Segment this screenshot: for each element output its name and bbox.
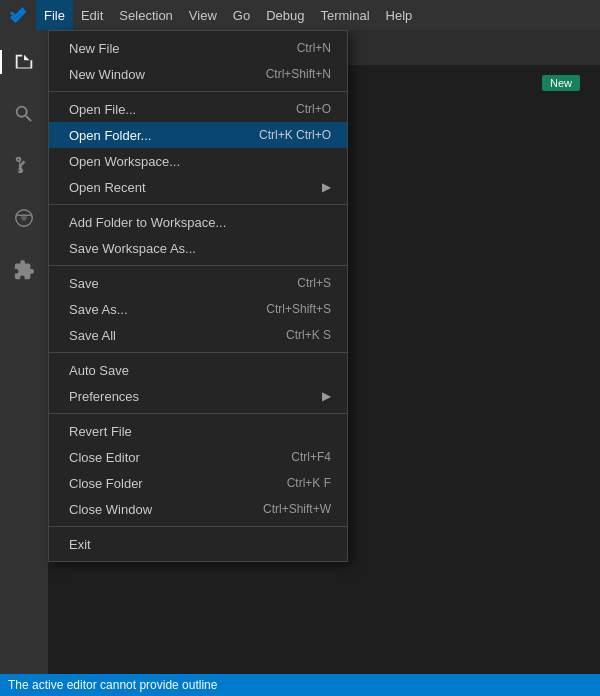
file-dropdown: New File Ctrl+N New Window Ctrl+Shift+N … [48, 30, 348, 562]
menu-open-recent[interactable]: Open Recent ▶ [49, 174, 347, 200]
file-menu: New File Ctrl+N New Window Ctrl+Shift+N … [48, 30, 348, 562]
menu-help[interactable]: Help [378, 0, 421, 30]
menu-close-folder[interactable]: Close Folder Ctrl+K F [49, 470, 347, 496]
status-text: The active editor cannot provide outline [8, 678, 217, 692]
activity-debug[interactable] [0, 194, 48, 242]
menu-new-window[interactable]: New Window Ctrl+Shift+N [49, 61, 347, 87]
menu-close-window[interactable]: Close Window Ctrl+Shift+W [49, 496, 347, 522]
status-bar: The active editor cannot provide outline [0, 674, 600, 696]
menu-bar: File Edit Selection View Go Debug Termin… [0, 0, 420, 30]
menu-save[interactable]: Save Ctrl+S [49, 270, 347, 296]
menu-add-folder[interactable]: Add Folder to Workspace... [49, 209, 347, 235]
separator-3 [49, 265, 347, 266]
activity-explorer[interactable] [0, 38, 48, 86]
menu-edit[interactable]: Edit [73, 0, 111, 30]
menu-go[interactable]: Go [225, 0, 258, 30]
menu-save-workspace[interactable]: Save Workspace As... [49, 235, 347, 261]
activity-search[interactable] [0, 90, 48, 138]
menu-selection[interactable]: Selection [111, 0, 180, 30]
separator-4 [49, 352, 347, 353]
menu-file[interactable]: File [36, 0, 73, 30]
menu-save-as[interactable]: Save As... Ctrl+Shift+S [49, 296, 347, 322]
menu-view[interactable]: View [181, 0, 225, 30]
menu-revert-file[interactable]: Revert File [49, 418, 347, 444]
menu-auto-save[interactable]: Auto Save [49, 357, 347, 383]
separator-5 [49, 413, 347, 414]
activity-source-control[interactable] [0, 142, 48, 190]
new-badge: New [542, 75, 580, 91]
menu-exit[interactable]: Exit [49, 531, 347, 557]
menu-debug[interactable]: Debug [258, 0, 312, 30]
menu-save-all[interactable]: Save All Ctrl+K S [49, 322, 347, 348]
vscode-icon [0, 0, 36, 30]
menu-open-file[interactable]: Open File... Ctrl+O [49, 96, 347, 122]
separator-2 [49, 204, 347, 205]
separator-1 [49, 91, 347, 92]
svg-point-2 [21, 215, 27, 221]
menu-open-folder[interactable]: Open Folder... Ctrl+K Ctrl+O [49, 122, 347, 148]
menu-terminal[interactable]: Terminal [312, 0, 377, 30]
activity-bar [0, 30, 48, 674]
title-bar: File Edit Selection View Go Debug Termin… [0, 0, 600, 30]
separator-6 [49, 526, 347, 527]
menu-close-editor[interactable]: Close Editor Ctrl+F4 [49, 444, 347, 470]
activity-extensions[interactable] [0, 246, 48, 294]
menu-open-workspace[interactable]: Open Workspace... [49, 148, 347, 174]
menu-preferences[interactable]: Preferences ▶ [49, 383, 347, 409]
menu-new-file[interactable]: New File Ctrl+N [49, 35, 347, 61]
